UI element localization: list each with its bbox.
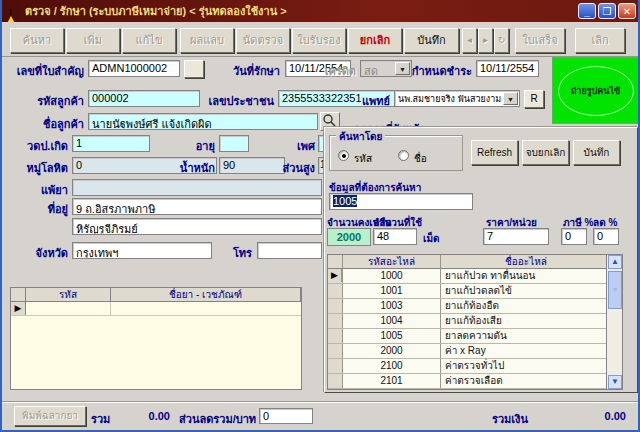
title-bar: ! ตรวจ / รักษา (ระบบภาษีเหมาจ่าย) < รุ่น… [0,0,640,22]
customer-code-field[interactable]: 000002 [88,90,200,107]
lab-result-button[interactable]: ผลแลบ [180,28,234,53]
nav-next-icon[interactable]: ► [478,28,493,53]
table-row[interactable]: 1004 ยาแก้ท้องเสีย [328,314,622,329]
credit-label: เครดิต [316,62,356,80]
toolbar: ค้นหา เพิ่ม แก้ไข ผลแลบ นัดตรวจ ใบรับรอง… [2,22,638,57]
search-button[interactable]: ค้นหา [10,28,64,53]
price-field[interactable]: 7 [483,228,549,245]
credit-dropdown[interactable]: สด ▼ [360,60,412,77]
customer-code-label: รหัสลูกค้า [8,92,84,110]
certificate-button[interactable]: ใบรับรอง [292,28,346,53]
doctor-dropdown[interactable]: นพ.สมชายจริง ฟันสวยงาม ▼ [394,90,520,107]
print-drug-label-button[interactable]: พิมพ์ฉลากยา [14,406,86,426]
radio-search-by-code[interactable] [338,150,349,161]
maximize-button[interactable]: ❐ [598,3,616,19]
current-row-marker: ▶ [11,302,26,315]
customer-name-field[interactable]: นายนัฐพงษ์ศรี แจ้งเกิดผิด [88,113,318,130]
photo-oval-frame: ถ่ายรูปคนไข้ [558,66,634,116]
receipt-button[interactable]: ใบเสร็จ [515,28,565,53]
table-row[interactable]: 1005 ยาลดความดัน [328,329,622,344]
discount-field[interactable]: 0 [593,228,619,245]
grand-total-value: 0.00 [590,410,626,422]
minimize-button[interactable]: _ [578,3,596,19]
age-field[interactable] [219,135,249,152]
current-row-marker: ▶ [328,269,343,283]
table-row[interactable]: 1003 ยาแก้ท้องอืด [328,299,622,314]
table-row[interactable]: ▶ [11,302,301,316]
part-search-panel: ค้นหาโดย รหัส ชื่อ Refresh จบยกเลิก บันท… [324,127,638,393]
doc-no-lookup-button[interactable] [184,60,204,78]
address-line2-field[interactable]: หิรัญรูจีภิรมย์ [72,218,322,235]
qty-field[interactable]: 48 [373,228,417,245]
radio-search-by-name[interactable] [398,150,409,161]
medicine-code-header[interactable]: รหัส [26,288,111,302]
treat-date-label: วันที่รักษา [214,62,280,80]
nav-prev-icon[interactable]: ◄ [462,28,477,53]
drug-allergy-field[interactable] [72,179,322,196]
table-row[interactable]: 1001 ยาแก้ปวดลดไข้ [328,284,622,299]
address-label: ที่อยู่ [8,200,68,218]
edit-button[interactable]: แก้ไข [122,28,176,53]
tax-field[interactable]: 0 [561,228,587,245]
doctor-r-button[interactable]: R [524,90,544,108]
due-date-label: กำหนดชำระ [408,62,472,80]
panel-save-button[interactable]: บันทึก [573,140,620,165]
drug-allergy-label: แพ้ยา [8,181,68,199]
birth-date-label: วดป.เกิด [8,137,68,155]
phone-label: โทร [218,244,252,262]
radio-code-label: รหัส [354,151,372,166]
radio-name-label: ชื่อ [414,151,427,166]
appointment-button[interactable]: นัดตรวจ [236,28,290,53]
medicine-name-header[interactable]: ชื่อยา - เวชภัณฑ์ [111,288,301,302]
add-button[interactable]: เพิ่ม [66,28,120,53]
patient-photo-box[interactable]: ถ่ายรูปคนไข้ [552,57,639,124]
table-row[interactable]: 2100 ค่าตรวจทั่วไป [328,359,622,374]
table-row[interactable]: 2000 ค่า x Ray [328,344,622,359]
cancel-button[interactable]: ยกเลิก [348,28,402,53]
table-row[interactable]: ▶ 1000 ยาแก้ปวด ทาตื่นนอน [328,269,622,284]
search-by-label: ค้นหาโดย [336,129,385,144]
app-warning-icon: ! [4,4,19,18]
birth-date-field[interactable]: 1 [72,135,150,152]
refresh-button[interactable]: Refresh [471,140,518,165]
exit-button[interactable]: เลิก [575,28,625,53]
address-line1-field[interactable]: 9 ถ.อิสรภาพภาษิ [72,198,322,215]
finish-cancel-button[interactable]: จบยกเลิก [522,140,569,165]
phone-field[interactable] [257,242,322,259]
search-input[interactable]: 1005 [329,193,473,210]
app-window: ! ตรวจ / รักษา (ระบบภาษีเหมาจ่าย) < รุ่น… [0,0,640,432]
total-discount-label: ส่วนลดรวม/บาท [179,410,256,428]
save-button[interactable]: บันทึก [404,28,459,53]
stock-field: 2000 [327,228,371,246]
age-label: อายุ [172,137,215,155]
scrollbar-thumb[interactable]: ≡ [608,271,622,309]
height-label: ส่วนสูง [260,159,315,177]
blood-group-label: หมู่โลหิต [8,159,68,177]
medicine-table: รหัส ชื่อยา - เวชภัณฑ์ ▶ [10,287,302,390]
scroll-up-icon[interactable]: ▲ [608,255,622,269]
nav-refresh-icon[interactable]: ↻ [494,28,509,53]
row-selector-header [328,255,343,269]
table-row[interactable]: 2101 ค่าตรวจเลือด [328,374,622,389]
part-name-header[interactable]: ชื่ออะไหล่ [441,255,608,269]
weight-label: น้ำหนัก [172,159,215,177]
due-date-field[interactable]: 10/11/2554 [476,60,539,77]
chevron-down-icon[interactable]: ▼ [503,92,518,105]
province-label: จังหวัด [8,244,68,262]
parts-table: รหัสอะไหล่ ชื่ออะไหล่ ▶ 1000 ยาแก้ปวด ทา… [327,254,623,390]
province-field[interactable]: กรุงเทพฯ [72,242,212,259]
citizen-id-label: เลขประชาชน [202,92,274,110]
vertical-scrollbar[interactable]: ▲ ≡ ▼ [606,255,622,389]
search-by-group: ค้นหาโดย รหัส ชื่อ [329,135,463,171]
status-bar: พิมพ์ฉลากยา รวม 0.00 ส่วนลดรวม/บาท 0 รวม… [2,401,638,430]
photo-placeholder-text: ถ่ายรูปคนไข้ [571,84,620,98]
window-title: ตรวจ / รักษา (ระบบภาษีเหมาจ่าย) < รุ่นทด… [25,2,287,20]
scroll-down-icon[interactable]: ▼ [608,375,622,389]
part-code-header[interactable]: รหัสอะไหล่ [343,255,441,269]
sex-label: เพศ [260,137,315,155]
unit-label: เม็ด [423,231,440,246]
total-label: รวม [91,410,110,428]
total-discount-input[interactable]: 0 [259,408,313,424]
doc-no-field[interactable]: ADMN1000002 [88,60,180,77]
close-button[interactable]: ✕ [618,3,636,19]
